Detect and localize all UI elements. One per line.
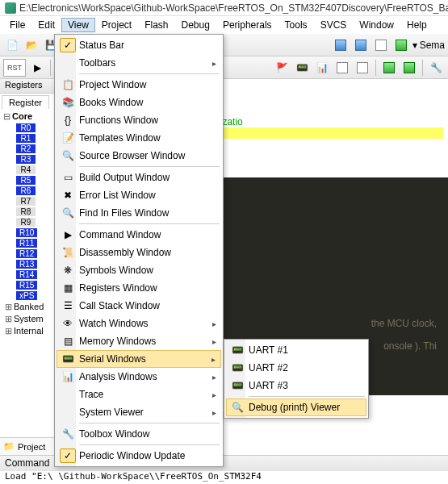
analysis-icon[interactable]: 📊 [313,59,331,77]
uart-icon: 📟 [229,343,245,357]
browser-icon: 🔍 [60,148,76,163]
register-name: R6 [16,186,36,195]
register-name: R7 [16,197,36,206]
symbols-icon: ❋ [60,263,76,277]
menu-bar: File Edit View Project Flash Debug Perip… [0,16,448,34]
memory-icon: ▤ [60,334,76,348]
check-icon: ✓ [60,38,76,52]
menu-svcs[interactable]: SVCS [314,18,354,32]
menu-project[interactable]: Project [95,18,138,32]
menu-uart3[interactable]: 📟UART #3 [226,377,366,394]
menu-functions-window[interactable]: {}Functions Window [57,111,221,129]
register-name: R4 [16,165,36,174]
menu-books-window[interactable]: 📚Books Window [57,94,221,111]
menu-build-output[interactable]: ▭Build Output Window [57,169,221,186]
menu-memory[interactable]: ▤Memory Windows [57,332,221,350]
menu-edit[interactable]: Edit [31,18,61,32]
menu-window[interactable]: Window [353,18,400,32]
menu-error-list[interactable]: ✖Error List Window [57,186,221,204]
project-tab-icon: 📁 [3,441,15,452]
menu-debug-printf[interactable]: 🔍Debug (printf) Viewer [226,398,366,416]
menu-peripherals[interactable]: Peripherals [216,18,278,32]
menu-call-stack[interactable]: ☰Call Stack Window [57,297,221,315]
menu-file[interactable]: File [3,18,31,32]
new-file-icon[interactable]: 📄 [3,36,21,54]
menu-source-browser[interactable]: 🔍Source Browser Window [57,147,221,165]
layout-icon[interactable] [354,59,371,77]
component-icon[interactable] [400,59,418,77]
flag-icon[interactable]: 🚩 [273,59,291,77]
uart-icon: 📟 [229,378,245,393]
error-icon: ✖ [60,188,76,202]
register-name: R2 [16,144,36,153]
menu-system-viewer[interactable]: System Viewer [57,403,221,421]
register-name: R3 [16,155,36,164]
output-icon: ▭ [60,170,76,185]
menu-disassembly[interactable]: 📜Disassembly Window [57,244,221,261]
register-name: R9 [16,218,36,227]
menu-toolbox[interactable]: 🔧Toolbox Window [57,425,221,443]
trace-icon [60,387,76,402]
command-output: Load "E:\ \Github-WorkSpace\\FreeRTOS_On… [0,471,448,484]
reset-button[interactable]: RST [3,59,26,77]
view-menu-dropdown: ✓Status Bar Toolbars 📋Project Window 📚Bo… [54,34,224,467]
uart-icon: 📟 [229,361,245,375]
menu-symbols[interactable]: ❋Symbols Window [57,261,221,279]
menu-status-bar[interactable]: ✓Status Bar [57,36,221,54]
run-icon[interactable]: ▶ [28,59,46,77]
menu-serial[interactable]: 📟Serial Windows [57,350,221,368]
menu-project-window[interactable]: 📋Project Window [57,76,221,94]
serial-icon[interactable]: 📟 [293,59,311,77]
menu-help[interactable]: Help [400,18,433,32]
register-name: R5 [16,176,36,185]
menu-periodic-update[interactable]: ✓Periodic Window Update [57,447,221,465]
find-icon: 🔍 [60,206,76,220]
register-name: R13 [16,260,37,269]
debug-printf-icon: 🔍 [229,400,245,415]
menu-watch[interactable]: 👁Watch Windows [57,315,221,332]
menu-analysis[interactable]: 📊Analysis Windows [57,368,221,386]
menu-command-window[interactable]: ▶Command Window [57,226,221,244]
register-name: R0 [16,123,36,132]
component-icon[interactable] [380,59,398,77]
sema-label: Sema [420,40,445,51]
title-bar: E:\Electronics\WorkSpace\Github-WorkSpac… [0,0,448,16]
menu-flash[interactable]: Flash [138,18,174,32]
registers-icon: ▦ [60,281,76,295]
open-icon[interactable]: 📂 [23,36,40,54]
window-grid-icon[interactable] [372,36,390,54]
menu-toolbars[interactable]: Toolbars [57,54,221,72]
serial-icon: 📟 [60,352,76,366]
register-name: R11 [16,239,37,248]
project-window-icon: 📋 [60,77,76,92]
app-icon [5,2,16,14]
check-icon: ✓ [60,449,76,463]
menu-trace[interactable]: Trace [57,386,221,403]
menu-view[interactable]: View [61,18,95,32]
window-grid-icon[interactable] [392,36,410,54]
command-icon: ▶ [60,227,76,242]
serial-windows-submenu: 📟UART #1 📟UART #2 📟UART #3 🔍Debug (print… [224,339,369,419]
analysis-icon: 📊 [60,369,76,384]
layout-icon[interactable] [333,59,351,77]
register-name: R14 [16,270,37,279]
disasm-icon: 📜 [60,245,76,260]
books-icon: 📚 [60,95,76,110]
menu-find-in-files[interactable]: 🔍Find In Files Window [57,204,221,222]
menu-tools[interactable]: Tools [278,18,314,32]
menu-uart2[interactable]: 📟UART #2 [226,359,366,377]
functions-icon: {} [60,113,76,127]
register-name: R8 [16,207,36,216]
window-grid-icon[interactable] [352,36,370,54]
project-tab[interactable]: Project [18,442,45,452]
menu-uart1[interactable]: 📟UART #1 [226,341,366,359]
register-tab[interactable]: Register [2,95,49,109]
menu-templates-window[interactable]: 📝Templates Window [57,129,221,147]
menu-debug[interactable]: Debug [175,18,216,32]
templates-icon: 📝 [60,131,76,145]
menu-registers[interactable]: ▦Registers Window [57,279,221,297]
tools-icon[interactable]: 🔧 [427,59,445,77]
register-name: R1 [16,134,36,143]
toolbox-icon: 🔧 [60,427,76,441]
window-grid-icon[interactable] [332,36,350,54]
